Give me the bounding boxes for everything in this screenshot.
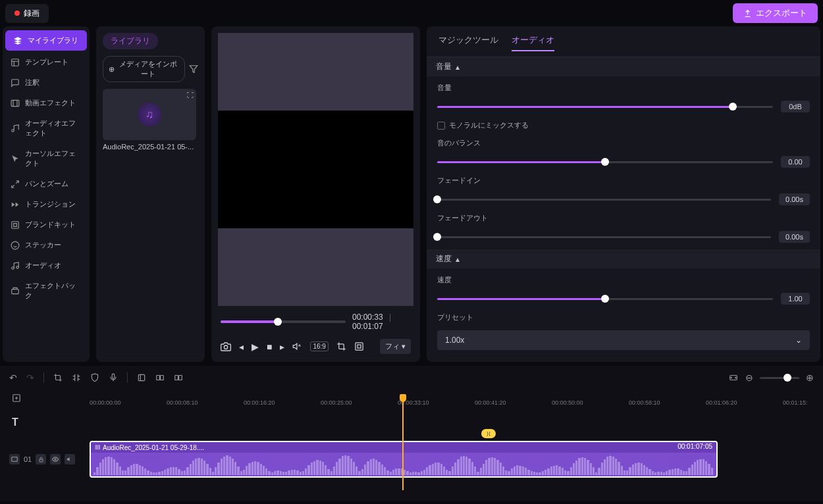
svg-rect-10 bbox=[112, 374, 115, 378]
volume-slider[interactable] bbox=[437, 106, 773, 108]
slider-fill bbox=[437, 161, 605, 163]
volume-value[interactable]: 0dB bbox=[781, 101, 810, 113]
slider-thumb[interactable] bbox=[729, 103, 737, 111]
sidebar-item-audio[interactable]: オーディオ bbox=[3, 255, 90, 276]
expand-icon[interactable]: ⛶ bbox=[187, 91, 194, 99]
sidebar-label: オーディオ bbox=[25, 261, 61, 270]
redo-icon[interactable]: ↷ bbox=[26, 372, 34, 383]
balance-slider[interactable] bbox=[437, 161, 773, 163]
svg-rect-15 bbox=[179, 376, 182, 380]
sidebar-item-cursorfx[interactable]: カーソルエフェクト bbox=[3, 143, 90, 174]
letterbox-bottom bbox=[218, 228, 413, 306]
slider-thumb[interactable] bbox=[433, 233, 441, 241]
sidebar-item-annotations[interactable]: 注釈 bbox=[3, 72, 90, 93]
group2-icon[interactable] bbox=[155, 373, 165, 382]
cut-icon[interactable] bbox=[53, 373, 63, 382]
slider-thumb[interactable] bbox=[601, 158, 609, 166]
sidebar-item-transitions[interactable]: トランジション bbox=[3, 194, 90, 214]
filter-icon[interactable] bbox=[189, 64, 198, 74]
mic-icon[interactable] bbox=[109, 373, 118, 382]
fadeout-value[interactable]: 0.00s bbox=[779, 231, 810, 243]
prev-frame-icon[interactable]: ◂ bbox=[239, 341, 244, 352]
total-time: 00:01:07 bbox=[352, 322, 383, 331]
track-visible-icon[interactable] bbox=[50, 454, 61, 465]
svg-point-7 bbox=[224, 345, 227, 349]
fit-button[interactable]: フィ ▾ bbox=[380, 339, 411, 354]
slider-thumb[interactable] bbox=[433, 195, 441, 203]
play-icon[interactable]: ▶ bbox=[252, 341, 259, 352]
audio-icon bbox=[11, 261, 20, 270]
sidebar-item-audiofx[interactable]: オーディオエフェクト bbox=[3, 113, 90, 143]
stop-icon[interactable]: ■ bbox=[267, 341, 272, 352]
collapse-icon: ▴ bbox=[456, 255, 460, 264]
preview-scrubber[interactable] bbox=[221, 320, 346, 323]
track-number: 01 bbox=[24, 455, 32, 463]
add-track-icon[interactable] bbox=[12, 393, 21, 403]
group3-icon[interactable] bbox=[174, 373, 183, 382]
sidebar-item-brandkit[interactable]: ブランドキット bbox=[3, 214, 90, 235]
sidebar-item-videofx[interactable]: 動画エフェクト bbox=[3, 93, 90, 113]
section-speed-header[interactable]: 速度 ▴ bbox=[427, 249, 820, 268]
import-media-button[interactable]: ⊕ メディアをインポート bbox=[103, 56, 185, 82]
playhead-grip[interactable] bbox=[400, 394, 406, 402]
zoom-in-icon[interactable]: ⊕ bbox=[806, 372, 814, 383]
sidebar-item-templates[interactable]: テンプレート bbox=[3, 52, 90, 72]
plus-icon: ⊕ bbox=[109, 65, 115, 74]
fadein-slider[interactable] bbox=[437, 199, 771, 201]
fit-timeline-icon[interactable] bbox=[728, 373, 739, 382]
chevron-down-icon: ▾ bbox=[402, 342, 406, 351]
record-button[interactable]: 録画 bbox=[5, 4, 49, 23]
zoom-out-icon[interactable]: ⊖ bbox=[745, 372, 753, 383]
marker-icon[interactable] bbox=[90, 373, 99, 382]
sidebar-item-panzoom[interactable]: パンとズーム bbox=[3, 174, 90, 194]
fadeout-slider[interactable] bbox=[437, 236, 771, 238]
checkbox-icon[interactable] bbox=[437, 122, 445, 130]
ruler-tick: 00:00:50:00 bbox=[552, 399, 583, 406]
volume-icon[interactable] bbox=[292, 341, 302, 351]
zoom-thumb[interactable] bbox=[783, 374, 791, 382]
sidebar-item-mylibrary[interactable]: マイライブラリ bbox=[5, 30, 87, 51]
text-track-icon[interactable]: T bbox=[12, 416, 18, 428]
crop-icon[interactable] bbox=[336, 341, 346, 351]
camera-icon[interactable] bbox=[221, 341, 231, 352]
scrub-thumb[interactable] bbox=[274, 318, 282, 326]
balance-value[interactable]: 0.00 bbox=[781, 156, 810, 168]
track-mute-icon[interactable] bbox=[65, 454, 75, 465]
subtitle-marker[interactable]: ⟩⟨ bbox=[481, 429, 496, 438]
export-button[interactable]: エクスポート bbox=[733, 3, 818, 23]
library-tab[interactable]: ライブラリ bbox=[103, 33, 158, 49]
media-thumbnail[interactable]: ♫ ⛶ bbox=[103, 89, 196, 140]
preview-canvas[interactable] bbox=[218, 33, 413, 306]
tab-magictools[interactable]: マジックツール bbox=[438, 34, 498, 51]
zoom-slider[interactable] bbox=[760, 377, 799, 379]
audio-clip[interactable]: ⦀⦀ AudioRec_2025-01-21 05-29-18.... 00:0… bbox=[90, 441, 718, 478]
sidebar-item-stickers[interactable]: ステッカー bbox=[3, 235, 90, 255]
undo-icon[interactable]: ↶ bbox=[9, 372, 17, 383]
media-filename: AudioRec_2025-01-21 05-... bbox=[103, 143, 198, 151]
track-lock-icon[interactable] bbox=[36, 454, 46, 465]
annotation-icon bbox=[11, 78, 20, 88]
aspect-ratio-badge[interactable]: 16:9 bbox=[310, 341, 328, 351]
next-frame-icon[interactable]: ▸ bbox=[280, 341, 284, 352]
group1-icon[interactable] bbox=[137, 373, 146, 382]
sidebar-label: トランジション bbox=[25, 199, 76, 209]
speed-value[interactable]: 1.00 bbox=[781, 293, 810, 305]
preset-select[interactable]: 1.00x ⌄ bbox=[437, 330, 810, 350]
tab-audio[interactable]: オーディオ bbox=[512, 34, 554, 51]
fullscreen-icon[interactable] bbox=[354, 341, 364, 351]
svg-rect-6 bbox=[12, 290, 19, 294]
ruler-tick: 00:00:08:10 bbox=[167, 399, 198, 406]
mono-checkbox-row[interactable]: モノラルにミックスする bbox=[437, 120, 810, 130]
svg-rect-8 bbox=[356, 343, 363, 350]
balance-label: 音のバランス bbox=[437, 138, 810, 148]
sidebar-item-effectpack[interactable]: エフェクトパック bbox=[3, 276, 90, 306]
speed-slider[interactable] bbox=[437, 298, 773, 300]
track-type-icon[interactable] bbox=[9, 454, 20, 465]
split-icon[interactable] bbox=[72, 373, 81, 382]
svg-rect-11 bbox=[138, 374, 144, 380]
fadein-value[interactable]: 0.00s bbox=[779, 193, 810, 205]
playhead[interactable] bbox=[402, 398, 404, 490]
slider-thumb[interactable] bbox=[601, 295, 609, 303]
section-volume-header[interactable]: 音量 ▴ bbox=[427, 57, 820, 76]
slider-fill bbox=[437, 106, 733, 108]
